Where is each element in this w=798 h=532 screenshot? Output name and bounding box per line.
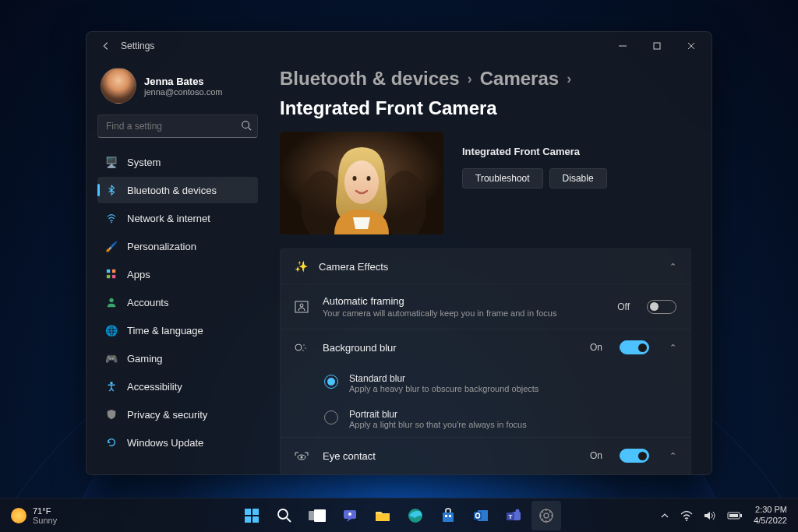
- search-input[interactable]: [97, 115, 258, 138]
- sidebar-item-label: Personalization: [127, 241, 196, 252]
- sidebar-item-accounts[interactable]: Accounts: [97, 289, 258, 315]
- sidebar-item-label: Network & internet: [127, 213, 210, 224]
- chevron-up-icon: ⌃: [669, 343, 676, 353]
- svg-rect-52: [729, 514, 738, 517]
- camera-effects-header[interactable]: ✨ Camera Effects ⌃: [281, 249, 690, 284]
- eye-title: Eye contact: [323, 450, 577, 462]
- svg-rect-7: [107, 275, 110, 278]
- outlook-button[interactable]: [466, 501, 496, 530]
- accessibility-icon: [105, 380, 118, 393]
- display-icon: 🖥️: [105, 156, 118, 168]
- search-box: [97, 115, 258, 138]
- standard-blur-option[interactable]: Standard blur Apply a heavy blur to obsc…: [281, 365, 690, 401]
- task-view-button[interactable]: [302, 501, 332, 530]
- tray-battery-icon[interactable]: [727, 511, 743, 520]
- framing-state: Off: [617, 301, 630, 312]
- svg-rect-5: [107, 270, 110, 273]
- svg-line-3: [249, 128, 252, 131]
- sidebar-item-bluetooth[interactable]: Bluetooth & devices: [97, 177, 258, 203]
- start-button[interactable]: [237, 501, 267, 530]
- sidebar-item-label: Accessibility: [127, 381, 182, 393]
- svg-point-14: [344, 160, 379, 204]
- framing-desc: Your camera will automatically keep you …: [323, 308, 605, 318]
- tray-volume-icon[interactable]: [704, 510, 716, 521]
- option-desc: Apply a light blur so that you're always…: [349, 420, 527, 429]
- sidebar-item-update[interactable]: Windows Update: [97, 429, 258, 456]
- disable-button[interactable]: Disable: [549, 168, 607, 188]
- search-button[interactable]: [270, 501, 299, 530]
- date: 4/5/2022: [754, 516, 787, 526]
- sidebar-item-privacy[interactable]: Privacy & security: [97, 401, 258, 428]
- store-button[interactable]: [433, 501, 463, 530]
- explorer-button[interactable]: [368, 501, 397, 530]
- svg-rect-32: [314, 509, 326, 522]
- standard-blur-radio[interactable]: [324, 375, 338, 389]
- sidebar-item-time[interactable]: 🌐 Time & language: [97, 317, 258, 344]
- minimize-button[interactable]: [606, 33, 640, 58]
- background-blur-row[interactable]: Background blur On ⌃: [281, 329, 690, 365]
- framing-icon: [295, 301, 310, 313]
- svg-rect-8: [112, 275, 115, 278]
- window-title: Settings: [121, 41, 606, 51]
- breadcrumb-current: Integrated Front Camera: [280, 97, 497, 119]
- weather-widget[interactable]: 71°F Sunny: [11, 506, 57, 525]
- chat-button[interactable]: [335, 501, 365, 530]
- option-title: Portrait blur: [349, 409, 527, 420]
- option-title: Standard blur: [349, 373, 538, 384]
- sidebar-item-apps[interactable]: Apps: [97, 261, 258, 287]
- sidebar-item-label: Time & language: [127, 325, 203, 336]
- sidebar-item-network[interactable]: Network & internet: [97, 205, 258, 231]
- update-icon: [105, 436, 118, 449]
- svg-point-34: [348, 513, 351, 516]
- settings-button[interactable]: [531, 501, 561, 530]
- svg-point-24: [301, 456, 303, 459]
- sidebar-item-gaming[interactable]: 🎮 Gaming: [97, 345, 258, 372]
- chevron-up-icon: ⌃: [669, 262, 676, 272]
- shield-icon: [105, 408, 118, 421]
- time: 2:30 PM: [754, 505, 787, 515]
- svg-point-20: [303, 344, 305, 346]
- maximize-button[interactable]: [640, 33, 674, 58]
- globe-icon: 🌐: [105, 324, 118, 336]
- back-button[interactable]: [97, 41, 115, 51]
- eye-state: On: [590, 450, 602, 461]
- svg-rect-39: [449, 515, 451, 517]
- blur-toggle[interactable]: [620, 340, 649, 354]
- apps-icon: [105, 268, 118, 280]
- blur-icon: [295, 341, 310, 354]
- user-profile[interactable]: Jenna Bates jenna@contoso.com: [97, 65, 258, 115]
- portrait-blur-radio[interactable]: [324, 410, 338, 425]
- breadcrumb-bluetooth[interactable]: Bluetooth & devices: [280, 68, 460, 90]
- tray-chevron-icon[interactable]: [660, 511, 669, 520]
- chevron-right-icon: ›: [468, 71, 472, 87]
- tray-wifi-icon[interactable]: [680, 510, 693, 521]
- nav-list: 🖥️ System Bluetooth & devices Network & …: [97, 149, 258, 456]
- svg-point-16: [367, 176, 371, 181]
- svg-point-15: [353, 176, 357, 181]
- sidebar-item-system[interactable]: 🖥️ System: [97, 149, 258, 175]
- troubleshoot-button[interactable]: Troubleshoot: [462, 168, 543, 188]
- eye-toggle[interactable]: [620, 449, 649, 463]
- breadcrumb-cameras[interactable]: Cameras: [480, 68, 559, 90]
- sidebar-item-label: System: [127, 157, 161, 168]
- eye-contact-row[interactable]: Eye contact On ⌃: [281, 437, 690, 474]
- framing-title: Automatic framing: [323, 295, 605, 307]
- blur-state: On: [590, 342, 602, 353]
- svg-rect-1: [654, 43, 660, 49]
- framing-toggle[interactable]: [647, 300, 676, 314]
- sidebar-item-personalization[interactable]: 🖌️ Personalization: [97, 233, 258, 259]
- chevron-up-icon: ⌃: [669, 451, 676, 461]
- eye-standard-option[interactable]: Standard Make eye contact even when you'…: [281, 474, 690, 474]
- portrait-blur-option[interactable]: Portrait blur Apply a light blur so that…: [281, 401, 690, 437]
- sidebar-item-label: Windows Update: [127, 437, 203, 449]
- svg-rect-28: [252, 516, 259, 523]
- sidebar-item-accessibility[interactable]: Accessibility: [97, 373, 258, 400]
- close-button[interactable]: [674, 33, 708, 58]
- blur-title: Background blur: [323, 342, 577, 354]
- edge-button[interactable]: [401, 501, 430, 530]
- svg-point-44: [516, 509, 520, 513]
- svg-point-48: [544, 513, 549, 518]
- clock[interactable]: 2:30 PM 4/5/2022: [754, 505, 787, 525]
- svg-point-9: [109, 298, 113, 302]
- teams-button[interactable]: T: [499, 501, 528, 530]
